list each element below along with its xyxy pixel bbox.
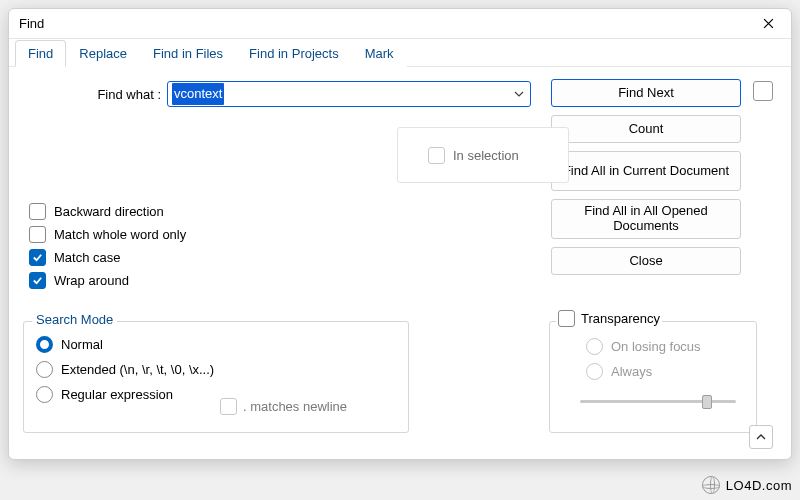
match-case-checkbox[interactable] <box>29 249 46 266</box>
backward-checkbox[interactable] <box>29 203 46 220</box>
content: Find what : vcontext Find Next Count Fin… <box>9 67 791 459</box>
find-what-combo[interactable]: vcontext <box>167 81 531 107</box>
matches-newline-row: . matches newline <box>220 398 347 415</box>
watermark-text: LO4D.com <box>726 478 792 493</box>
find-all-current-button[interactable]: Find All in Current Document <box>551 151 741 191</box>
options-column: Backward direction Match whole word only… <box>29 203 186 289</box>
matches-newline-label: . matches newline <box>243 399 347 414</box>
in-selection-box: In selection <box>397 127 569 183</box>
watermark: LO4D.com <box>702 476 792 494</box>
trans-on-losing-focus: On losing focus <box>586 338 744 355</box>
mode-regex-label: Regular expression <box>61 387 173 402</box>
slider-thumb <box>702 395 712 409</box>
tabstrip: Find Replace Find in Files Find in Proje… <box>9 39 791 67</box>
close-button[interactable]: Close <box>551 247 741 275</box>
transparency-checkbox[interactable] <box>558 310 575 327</box>
transparency-group: Transparency On losing focus Always <box>549 321 757 433</box>
trans-losing-focus-label: On losing focus <box>611 339 701 354</box>
whole-word-checkbox[interactable] <box>29 226 46 243</box>
titlebar: Find <box>9 9 791 39</box>
tab-mark[interactable]: Mark <box>352 40 407 67</box>
slider-track <box>580 400 736 403</box>
mode-extended-radio[interactable] <box>36 361 53 378</box>
search-mode-title: Search Mode <box>32 312 117 327</box>
trans-always: Always <box>586 363 744 380</box>
trans-losing-focus-radio <box>586 338 603 355</box>
mode-normal-radio[interactable] <box>36 336 53 353</box>
close-icon[interactable] <box>747 10 789 38</box>
count-button[interactable]: Count <box>551 115 741 143</box>
in-selection-label: In selection <box>453 148 519 163</box>
match-case-label: Match case <box>54 250 120 265</box>
collapse-button[interactable] <box>749 425 773 449</box>
tab-find[interactable]: Find <box>15 40 66 67</box>
matches-newline-checkbox <box>220 398 237 415</box>
search-mode-group: Search Mode Normal Extended (\n, \r, \t,… <box>23 321 409 433</box>
in-selection-checkbox <box>428 147 445 164</box>
window-title: Find <box>19 16 747 31</box>
whole-word-label: Match whole word only <box>54 227 186 242</box>
action-column: Find Next Count Find All in Current Docu… <box>551 79 741 275</box>
wrap-checkbox[interactable] <box>29 272 46 289</box>
opt-wrap[interactable]: Wrap around <box>29 272 186 289</box>
mode-normal[interactable]: Normal <box>36 336 396 353</box>
mode-extended[interactable]: Extended (\n, \r, \t, \0, \x...) <box>36 361 396 378</box>
find-all-opened-button[interactable]: Find All in All Opened Documents <box>551 199 741 239</box>
find-next-button[interactable]: Find Next <box>551 79 741 107</box>
find-what-label: Find what : <box>77 87 167 102</box>
trans-always-radio <box>586 363 603 380</box>
pin-checkbox[interactable] <box>753 81 773 101</box>
opt-whole-word[interactable]: Match whole word only <box>29 226 186 243</box>
mode-extended-label: Extended (\n, \r, \t, \0, \x...) <box>61 362 214 377</box>
mode-normal-label: Normal <box>61 337 103 352</box>
find-dialog: Find Find Replace Find in Files Find in … <box>8 8 792 460</box>
transparency-title: Transparency <box>581 311 660 326</box>
opt-match-case[interactable]: Match case <box>29 249 186 266</box>
transparency-slider <box>580 392 736 410</box>
trans-always-label: Always <box>611 364 652 379</box>
tab-find-in-projects[interactable]: Find in Projects <box>236 40 352 67</box>
mode-regex-radio[interactable] <box>36 386 53 403</box>
wrap-label: Wrap around <box>54 273 129 288</box>
backward-label: Backward direction <box>54 204 164 219</box>
find-what-value[interactable]: vcontext <box>172 83 224 105</box>
tab-replace[interactable]: Replace <box>66 40 140 67</box>
tab-find-in-files[interactable]: Find in Files <box>140 40 236 67</box>
opt-backward[interactable]: Backward direction <box>29 203 186 220</box>
globe-icon <box>702 476 720 494</box>
chevron-down-icon[interactable] <box>508 89 530 99</box>
